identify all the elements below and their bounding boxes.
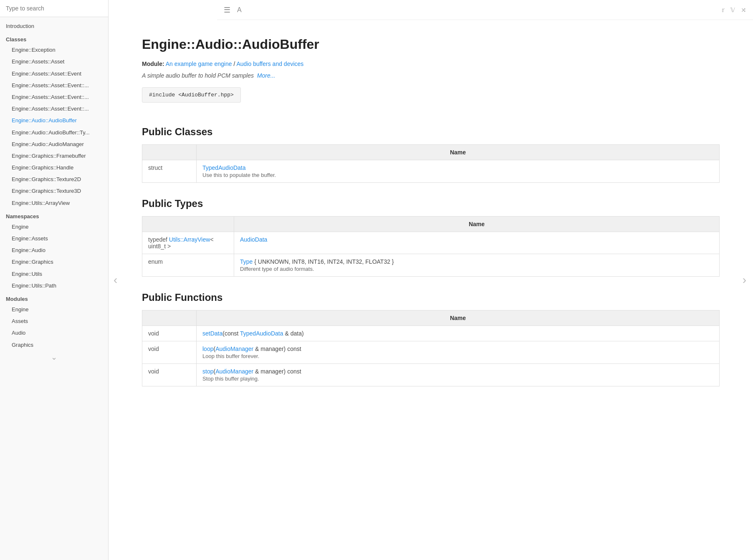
table-cell-audio-data: AudioData xyxy=(234,232,720,254)
more-link[interactable]: More... xyxy=(257,72,275,79)
table-col-func-name-header: Name xyxy=(197,310,720,326)
loop-desc: Loop this buffer forever. xyxy=(202,353,713,359)
topbar-right: 𝕣 𝕍 ⤨ xyxy=(722,6,746,14)
table-cell-typedef: typedef Utils::ArrayView< uint8_t > xyxy=(142,232,234,254)
table-row: enum Type { UNKNOWN, INT8, INT16, INT24,… xyxy=(142,254,720,277)
facebook-icon[interactable]: 𝕍 xyxy=(730,6,735,14)
sidebar-scroll-down-indicator[interactable]: ⌄ xyxy=(0,351,108,363)
table-col-name-header: Name xyxy=(197,145,720,160)
main-content: Engine::Audio::AudioBuffer Module: An ex… xyxy=(109,20,753,560)
twitter-icon[interactable]: 𝕣 xyxy=(722,6,725,14)
table-row: void stop(AudioManager & manager) const … xyxy=(142,364,720,386)
table-cell-loop: loop(AudioManager & manager) const Loop … xyxy=(197,341,720,364)
topbar: ☰ A 𝕣 𝕍 ⤨ xyxy=(217,0,753,20)
sidebar-section-modules: Modules xyxy=(0,292,108,304)
table-col-rettype-header xyxy=(142,310,197,326)
font-icon[interactable]: A xyxy=(237,6,242,14)
sidebar-section-namespaces: Namespaces xyxy=(0,209,108,221)
audio-data-link[interactable]: AudioData xyxy=(240,236,267,243)
table-cell-void1: void xyxy=(142,326,197,341)
table-cell-stop: stop(AudioManager & manager) const Stop … xyxy=(197,364,720,386)
table-cell-setdata: setData(const TypedAudioData & data) xyxy=(197,326,720,341)
share-icon[interactable]: ⤨ xyxy=(741,6,746,14)
menu-icon[interactable]: ☰ xyxy=(224,5,230,15)
setdata-args: (const TypedAudioData & data) xyxy=(222,330,303,337)
stop-args: (AudioManager & manager) const xyxy=(213,368,301,375)
sidebar-content: Introduction Classes Engine::Exception E… xyxy=(0,17,108,560)
module-line: Module: An example game engine / Audio b… xyxy=(142,61,720,67)
public-functions-table: Name void setData(const TypedAudioData &… xyxy=(142,310,720,386)
sidebar-item-mod-graphics[interactable]: Graphics xyxy=(0,339,108,351)
public-types-table: Name typedef Utils::ArrayView< uint8_t >… xyxy=(142,216,720,277)
section-title-public-functions: Public Functions xyxy=(142,292,720,303)
table-cell-void2: void xyxy=(142,341,197,364)
table-cell-enum: enum xyxy=(142,254,234,277)
audiomanager-stop-link[interactable]: AudioManager xyxy=(215,368,253,375)
sidebar-item-introduction[interactable]: Introduction xyxy=(0,20,108,32)
sidebar-item-engine-graphics-framebuffer[interactable]: Engine::Graphics::Framebuffer xyxy=(0,150,108,162)
sidebar-item-engine-assets-asset[interactable]: Engine::Assets::Asset xyxy=(0,56,108,68)
section-title-public-types: Public Types xyxy=(142,198,720,209)
type-enum-link[interactable]: Type xyxy=(240,258,253,265)
sidebar-item-mod-assets[interactable]: Assets xyxy=(0,315,108,327)
utils-arrayview-link[interactable]: Utils::ArrayView xyxy=(169,236,210,243)
include-block: #include <AudioBuffer.hpp> xyxy=(142,87,241,103)
sidebar-item-engine-exception[interactable]: Engine::Exception xyxy=(0,44,108,56)
sidebar-item-engine-assets-asset-event-2[interactable]: Engine::Assets::Asset::Event::... xyxy=(0,80,108,91)
main-wrap: ☰ A 𝕣 𝕍 ⤨ ‹ › Engine::Audio::AudioBuffer… xyxy=(109,0,753,560)
table-cell-name: TypedAudioData Use this to populate the … xyxy=(197,160,720,183)
module-separator: / xyxy=(233,61,235,67)
setdata-link[interactable]: setData xyxy=(202,330,222,337)
search-input[interactable] xyxy=(6,5,102,12)
table-cell-type-enum: Type { UNKNOWN, INT8, INT16, INT24, INT3… xyxy=(234,254,720,277)
loop-link[interactable]: loop xyxy=(202,346,213,352)
stop-desc: Stop this buffer playing. xyxy=(202,376,713,382)
module-label: Module: xyxy=(142,61,164,67)
loop-args: (AudioManager & manager) const xyxy=(213,346,301,352)
table-cell-type: struct xyxy=(142,160,197,183)
audiomanager-loop-link[interactable]: AudioManager xyxy=(215,346,253,352)
sidebar-item-engine-graphics-texture3d[interactable]: Engine::Graphics::Texture3D xyxy=(0,185,108,197)
module-link1[interactable]: An example game engine xyxy=(166,61,232,67)
sidebar-item-mod-audio[interactable]: Audio xyxy=(0,327,108,339)
section-title-public-classes: Public Classes xyxy=(142,126,720,138)
nav-prev-button[interactable]: ‹ xyxy=(114,273,117,287)
table-col-type-header xyxy=(142,145,197,160)
sidebar-item-engine-utils-arrayview[interactable]: Engine::Utils::ArrayView xyxy=(0,197,108,209)
sidebar-item-engine-assets-asset-event[interactable]: Engine::Assets::Asset::Event xyxy=(0,68,108,80)
sidebar-item-engine-audio-audiomanager[interactable]: Engine::Audio::AudioManager xyxy=(0,139,108,150)
table-row: void loop(AudioManager & manager) const … xyxy=(142,341,720,364)
sidebar: Introduction Classes Engine::Exception E… xyxy=(0,0,109,560)
table-col-name-header2: Name xyxy=(234,217,720,232)
sidebar-item-engine-assets-asset-event-3[interactable]: Engine::Assets::Asset::Event::... xyxy=(0,91,108,103)
nav-next-button[interactable]: › xyxy=(743,273,746,287)
sidebar-item-ns-engine-utils[interactable]: Engine::Utils xyxy=(0,268,108,280)
type-enum-desc: Different type of audio formats. xyxy=(240,266,713,272)
description-text: A simple audio buffer to hold PCM sample… xyxy=(142,72,254,79)
typed-audio-data-link[interactable]: TypedAudioData xyxy=(202,164,246,171)
sidebar-item-mod-engine[interactable]: Engine xyxy=(0,304,108,315)
stop-link[interactable]: stop xyxy=(202,368,213,375)
sidebar-item-ns-engine-assets[interactable]: Engine::Assets xyxy=(0,233,108,245)
sidebar-item-engine-audio-audiobuffer[interactable]: Engine::Audio::AudioBuffer xyxy=(0,115,108,126)
search-box[interactable] xyxy=(0,0,108,17)
table-col-type-header2 xyxy=(142,217,234,232)
sidebar-item-ns-engine-audio[interactable]: Engine::Audio xyxy=(0,245,108,256)
sidebar-item-engine-assets-asset-event-4[interactable]: Engine::Assets::Asset::Event::... xyxy=(0,103,108,115)
sidebar-item-ns-engine[interactable]: Engine xyxy=(0,221,108,233)
type-enum-values: { UNKNOWN, INT8, INT16, INT24, INT32, FL… xyxy=(254,258,394,265)
sidebar-item-engine-graphics-handle[interactable]: Engine::Graphics::Handle xyxy=(0,162,108,174)
typed-audio-data-desc: Use this to populate the buffer. xyxy=(202,172,713,178)
table-cell-void3: void xyxy=(142,364,197,386)
typedaudiodata-setdata-link[interactable]: TypedAudioData xyxy=(240,330,283,337)
sidebar-item-engine-graphics-texture2d[interactable]: Engine::Graphics::Texture2D xyxy=(0,174,108,185)
table-row: struct TypedAudioData Use this to popula… xyxy=(142,160,720,183)
page-title: Engine::Audio::AudioBuffer xyxy=(142,37,720,52)
module-link2[interactable]: Audio buffers and devices xyxy=(236,61,303,67)
sidebar-item-ns-engine-graphics[interactable]: Engine::Graphics xyxy=(0,256,108,268)
sidebar-item-ns-engine-utils-path[interactable]: Engine::Utils::Path xyxy=(0,280,108,292)
table-row: void setData(const TypedAudioData & data… xyxy=(142,326,720,341)
sidebar-item-engine-audio-audiobuffer-ty[interactable]: Engine::Audio::AudioBuffer::Ty... xyxy=(0,127,108,139)
sidebar-section-classes: Classes xyxy=(0,32,108,44)
public-classes-table: Name struct TypedAudioData Use this to p… xyxy=(142,144,720,183)
